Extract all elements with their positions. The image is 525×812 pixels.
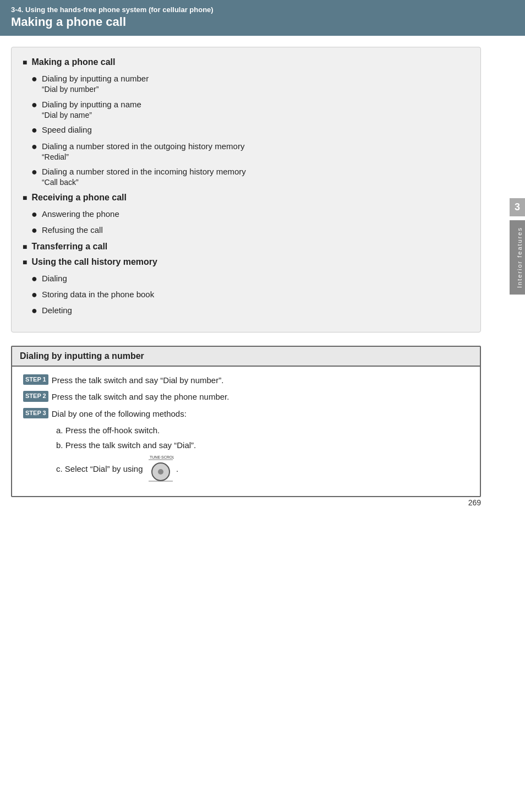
page-header: 3-4. Using the hands-free phone system (…	[0, 0, 525, 36]
toc-item-dial-number: ● Dialing by inputting a number “Dial by…	[23, 73, 467, 95]
toc-item-answering: ● Answering the phone	[23, 208, 467, 221]
toc-item-dialing: ● Dialing	[23, 273, 467, 285]
step-1-badge: STEP 1	[23, 374, 48, 385]
toc-item-dial-name: ● Dialing by inputting a name “Dial by n…	[23, 99, 467, 121]
svg-text:TUNE·SCROLL: TUNE·SCROLL	[150, 455, 174, 459]
sub-steps: a. Press the off-hook switch. b. Press t…	[56, 424, 469, 486]
toc-item-redial: ● Dialing a number stored in the outgoin…	[23, 140, 467, 163]
toc-group-transferring: Transferring a call	[23, 242, 467, 252]
step-2-row: STEP 2 Press the talk switch and say the…	[23, 391, 469, 404]
page-subtitle: 3-4. Using the hands-free phone system (…	[11, 6, 514, 14]
toc-item-deleting: ● Deleting	[23, 304, 467, 317]
svg-point-3	[158, 469, 163, 475]
toc-title-receiving: Receiving a phone call	[23, 193, 467, 203]
step-3-row: STEP 3 Dial by one of the following meth…	[23, 408, 469, 421]
toc-group-history: Using the call history memory ● Dialing …	[23, 257, 467, 318]
toc-item-refusing: ● Refusing the call	[23, 224, 467, 237]
toc-group-receiving: Receiving a phone call ● Answering the p…	[23, 193, 467, 237]
toc-title-transferring: Transferring a call	[23, 242, 467, 252]
dial-section-body: STEP 1 Press the talk switch and say “Di…	[12, 367, 480, 496]
step-3-badge: STEP 3	[23, 408, 48, 418]
toc-group-making: Making a phone call ● Dialing by inputti…	[23, 57, 467, 188]
step-2-badge: STEP 2	[23, 391, 48, 401]
dial-section-title: Dialing by inputting a number	[12, 347, 480, 367]
toc-sub-history: ● Dialing ● Storing data in the phone bo…	[23, 273, 467, 318]
main-content: Making a phone call ● Dialing by inputti…	[0, 36, 525, 517]
step-1-text: Press the talk switch and say “Dial by n…	[52, 374, 224, 387]
page-number: 269	[468, 498, 481, 507]
step-1-row: STEP 1 Press the talk switch and say “Di…	[23, 374, 469, 387]
toc-item-storing: ● Storing data in the phone book	[23, 288, 467, 301]
toc-item-speed-dial: ● Speed dialing	[23, 124, 467, 137]
dial-section-box: Dialing by inputting a number STEP 1 Pre…	[11, 346, 481, 497]
toc-sub-making: ● Dialing by inputting a number “Dial by…	[23, 73, 467, 188]
toc-title-making: Making a phone call	[23, 57, 467, 67]
toc-item-callback: ● Dialing a number stored in the incomin…	[23, 166, 467, 188]
toc-title-history: Using the call history memory	[23, 257, 467, 267]
step-3-text: Dial by one of the following methods:	[52, 408, 187, 421]
toc-sub-receiving: ● Answering the phone ● Refusing the cal…	[23, 208, 467, 237]
toc-box: Making a phone call ● Dialing by inputti…	[11, 47, 481, 333]
step-2-text: Press the talk switch and say the phone …	[52, 391, 229, 404]
tune-scroll-icon: TUNE·SCROLL SEL	[147, 454, 174, 486]
sub-step-c: c. Select “Dial” by using TUNE·SCROLL	[56, 454, 469, 486]
sub-step-a: a. Press the off-hook switch.	[56, 424, 469, 437]
page-title: Making a phone call	[11, 15, 514, 29]
sub-step-b: b. Press the talk switch and say “Dial”.	[56, 439, 469, 452]
